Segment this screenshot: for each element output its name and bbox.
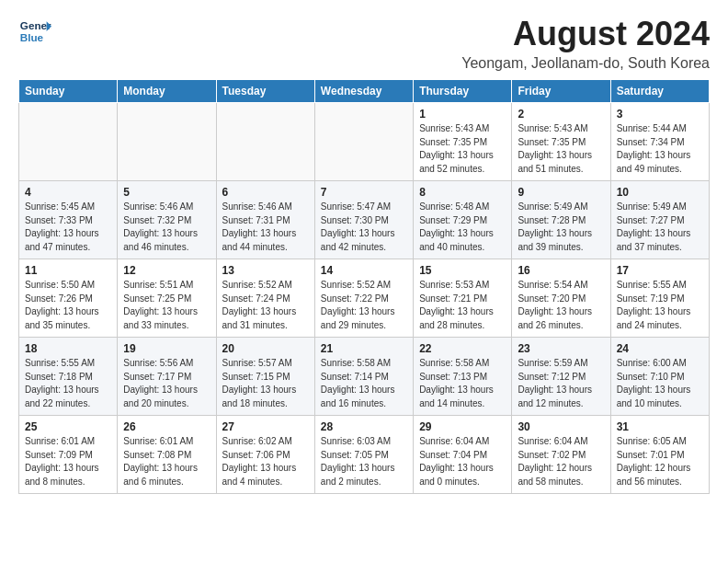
subtitle: Yeongam, Jeollanam-do, South Korea: [461, 55, 710, 72]
day-info: Sunrise: 5:49 AMSunset: 7:27 PMDaylight:…: [617, 201, 703, 254]
day-info: Sunrise: 5:46 AMSunset: 7:31 PMDaylight:…: [222, 201, 309, 254]
day-number: 22: [419, 342, 506, 355]
calendar-cell: 13Sunrise: 5:52 AMSunset: 7:24 PMDayligh…: [216, 259, 314, 338]
day-info: Sunrise: 5:49 AMSunset: 7:28 PMDaylight:…: [518, 201, 604, 254]
day-number: 30: [518, 420, 604, 433]
column-header-thursday: Thursday: [414, 80, 512, 103]
day-info: Sunrise: 5:52 AMSunset: 7:24 PMDaylight:…: [222, 279, 309, 332]
logo-icon: General Blue: [18, 15, 51, 48]
day-info: Sunrise: 6:01 AMSunset: 7:08 PMDaylight:…: [123, 435, 210, 488]
calendar-cell: 25Sunrise: 6:01 AMSunset: 7:09 PMDayligh…: [19, 416, 118, 494]
day-info: Sunrise: 5:52 AMSunset: 7:22 PMDaylight:…: [321, 279, 407, 332]
day-info: Sunrise: 6:02 AMSunset: 7:06 PMDaylight:…: [222, 435, 309, 488]
calendar-cell: 1Sunrise: 5:43 AMSunset: 7:35 PMDaylight…: [414, 103, 512, 181]
calendar-cell: 16Sunrise: 5:54 AMSunset: 7:20 PMDayligh…: [512, 259, 610, 338]
day-number: 28: [321, 420, 407, 433]
day-info: Sunrise: 6:04 AMSunset: 7:02 PMDaylight:…: [518, 435, 604, 488]
day-info: Sunrise: 6:04 AMSunset: 7:04 PMDaylight:…: [419, 435, 506, 488]
day-info: Sunrise: 5:44 AMSunset: 7:34 PMDaylight:…: [617, 122, 703, 176]
title-block: August 2024 Yeongam, Jeollanam-do, South…: [461, 15, 710, 72]
calendar-cell: [19, 103, 118, 181]
day-number: 20: [222, 342, 309, 355]
day-number: 17: [617, 264, 703, 277]
calendar-cell: 10Sunrise: 5:49 AMSunset: 7:27 PMDayligh…: [610, 181, 709, 259]
day-info: Sunrise: 5:54 AMSunset: 7:20 PMDaylight:…: [518, 279, 604, 332]
logo: General Blue: [18, 15, 51, 48]
day-number: 12: [123, 264, 210, 277]
calendar-cell: 28Sunrise: 6:03 AMSunset: 7:05 PMDayligh…: [314, 416, 413, 494]
calendar-cell: 3Sunrise: 5:44 AMSunset: 7:34 PMDaylight…: [610, 103, 709, 181]
day-info: Sunrise: 6:03 AMSunset: 7:05 PMDaylight:…: [321, 435, 407, 488]
calendar-cell: 31Sunrise: 6:05 AMSunset: 7:01 PMDayligh…: [610, 416, 709, 494]
day-info: Sunrise: 5:55 AMSunset: 7:18 PMDaylight:…: [25, 357, 111, 410]
day-info: Sunrise: 5:47 AMSunset: 7:30 PMDaylight:…: [321, 201, 407, 254]
day-info: Sunrise: 5:46 AMSunset: 7:32 PMDaylight:…: [123, 201, 210, 254]
day-number: 6: [222, 186, 309, 199]
day-number: 1: [419, 108, 506, 121]
day-number: 21: [321, 342, 407, 355]
day-info: Sunrise: 5:56 AMSunset: 7:17 PMDaylight:…: [123, 357, 210, 410]
day-info: Sunrise: 5:50 AMSunset: 7:26 PMDaylight:…: [25, 279, 111, 332]
calendar-week-4: 18Sunrise: 5:55 AMSunset: 7:18 PMDayligh…: [19, 338, 710, 416]
day-number: 24: [617, 342, 703, 355]
day-info: Sunrise: 5:58 AMSunset: 7:13 PMDaylight:…: [419, 357, 506, 410]
day-info: Sunrise: 5:48 AMSunset: 7:29 PMDaylight:…: [419, 201, 506, 254]
day-number: 14: [321, 264, 407, 277]
calendar-cell: 19Sunrise: 5:56 AMSunset: 7:17 PMDayligh…: [118, 338, 216, 416]
day-number: 29: [419, 420, 506, 433]
day-info: Sunrise: 5:58 AMSunset: 7:14 PMDaylight:…: [321, 357, 407, 410]
calendar-week-2: 4Sunrise: 5:45 AMSunset: 7:33 PMDaylight…: [19, 181, 710, 259]
calendar-cell: 22Sunrise: 5:58 AMSunset: 7:13 PMDayligh…: [414, 338, 512, 416]
day-info: Sunrise: 5:51 AMSunset: 7:25 PMDaylight:…: [123, 279, 210, 332]
calendar-cell: 15Sunrise: 5:53 AMSunset: 7:21 PMDayligh…: [414, 259, 512, 338]
main-title: August 2024: [461, 15, 710, 53]
calendar-cell: 21Sunrise: 5:58 AMSunset: 7:14 PMDayligh…: [314, 338, 413, 416]
day-number: 3: [617, 108, 703, 121]
day-number: 16: [518, 264, 604, 277]
day-number: 2: [518, 108, 604, 121]
calendar-table: SundayMondayTuesdayWednesdayThursdayFrid…: [18, 79, 710, 494]
day-number: 31: [617, 420, 703, 433]
calendar-cell: 6Sunrise: 5:46 AMSunset: 7:31 PMDaylight…: [216, 181, 314, 259]
calendar-cell: 2Sunrise: 5:43 AMSunset: 7:35 PMDaylight…: [512, 103, 610, 181]
day-info: Sunrise: 5:55 AMSunset: 7:19 PMDaylight:…: [617, 279, 703, 332]
column-header-sunday: Sunday: [19, 80, 118, 103]
day-info: Sunrise: 5:45 AMSunset: 7:33 PMDaylight:…: [25, 201, 111, 254]
day-info: Sunrise: 5:43 AMSunset: 7:35 PMDaylight:…: [518, 122, 604, 176]
calendar-cell: 24Sunrise: 6:00 AMSunset: 7:10 PMDayligh…: [610, 338, 709, 416]
column-header-friday: Friday: [512, 80, 610, 103]
day-number: 9: [518, 186, 604, 199]
day-info: Sunrise: 5:53 AMSunset: 7:21 PMDaylight:…: [419, 279, 506, 332]
calendar-cell: [216, 103, 314, 181]
day-number: 4: [25, 186, 111, 199]
day-number: 23: [518, 342, 604, 355]
day-number: 15: [419, 264, 506, 277]
calendar-cell: [314, 103, 413, 181]
day-number: 27: [222, 420, 309, 433]
day-info: Sunrise: 6:01 AMSunset: 7:09 PMDaylight:…: [25, 435, 111, 488]
day-number: 11: [25, 264, 111, 277]
calendar-cell: 20Sunrise: 5:57 AMSunset: 7:15 PMDayligh…: [216, 338, 314, 416]
svg-text:Blue: Blue: [20, 31, 44, 43]
day-number: 5: [123, 186, 210, 199]
day-number: 8: [419, 186, 506, 199]
day-number: 18: [25, 342, 111, 355]
calendar-cell: 14Sunrise: 5:52 AMSunset: 7:22 PMDayligh…: [314, 259, 413, 338]
column-header-monday: Monday: [118, 80, 216, 103]
day-info: Sunrise: 6:00 AMSunset: 7:10 PMDaylight:…: [617, 357, 703, 410]
day-info: Sunrise: 5:43 AMSunset: 7:35 PMDaylight:…: [419, 122, 506, 176]
calendar-cell: 17Sunrise: 5:55 AMSunset: 7:19 PMDayligh…: [610, 259, 709, 338]
day-number: 25: [25, 420, 111, 433]
calendar-cell: 26Sunrise: 6:01 AMSunset: 7:08 PMDayligh…: [118, 416, 216, 494]
column-header-wednesday: Wednesday: [314, 80, 413, 103]
column-header-tuesday: Tuesday: [216, 80, 314, 103]
calendar-week-1: 1Sunrise: 5:43 AMSunset: 7:35 PMDaylight…: [19, 103, 710, 181]
calendar-cell: 29Sunrise: 6:04 AMSunset: 7:04 PMDayligh…: [414, 416, 512, 494]
calendar-week-3: 11Sunrise: 5:50 AMSunset: 7:26 PMDayligh…: [19, 259, 710, 338]
day-number: 10: [617, 186, 703, 199]
page-header: General Blue August 2024 Yeongam, Jeolla…: [18, 15, 710, 72]
calendar-cell: 4Sunrise: 5:45 AMSunset: 7:33 PMDaylight…: [19, 181, 118, 259]
calendar-cell: 8Sunrise: 5:48 AMSunset: 7:29 PMDaylight…: [414, 181, 512, 259]
day-number: 19: [123, 342, 210, 355]
calendar-cell: 18Sunrise: 5:55 AMSunset: 7:18 PMDayligh…: [19, 338, 118, 416]
